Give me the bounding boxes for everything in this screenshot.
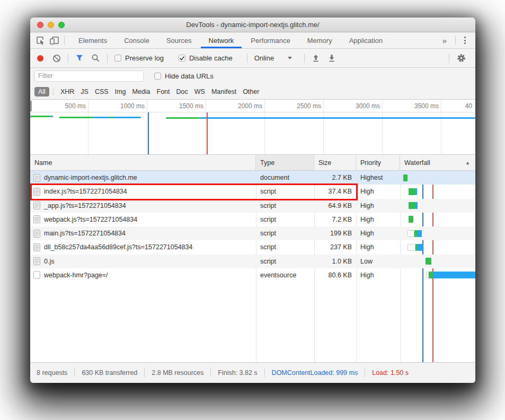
status-red: Load: 1.50 s: [372, 369, 409, 377]
type-filter-all[interactable]: All: [34, 87, 49, 97]
tab-performance[interactable]: Performance: [242, 32, 298, 48]
request-name: webpack-hmr?page=/: [44, 272, 108, 279]
file-icon: [33, 257, 40, 265]
request-row[interactable]: 0.jsscript1.0 KBLow: [30, 255, 475, 268]
request-name: dynamic-import-nextjs.glitch.me: [44, 174, 137, 181]
tab-network[interactable]: Network: [200, 32, 243, 48]
column-header-label: Type: [260, 159, 274, 167]
preserve-log-checkbox[interactable]: Preserve log: [114, 54, 171, 62]
type-filter-ws[interactable]: WS: [194, 88, 205, 95]
overview-blue-bar: [50, 116, 53, 117]
column-header-label: Waterfall: [404, 159, 430, 167]
window-titlebar[interactable]: DevTools - dynamic-import-nextjs.glitch.…: [30, 18, 475, 32]
hide-data-urls-checkbox[interactable]: Hide data URLs: [154, 72, 214, 80]
import-har-button[interactable]: [312, 54, 320, 63]
devtools-menu-button[interactable]: [459, 37, 471, 44]
type-filter-media[interactable]: Media: [132, 88, 150, 95]
network-status-bar: 8 requests630 KB transferred2.8 MB resou…: [30, 362, 475, 383]
column-header-size[interactable]: Size: [314, 155, 356, 170]
request-priority-cell: High: [356, 202, 400, 209]
tab-elements[interactable]: Elements: [70, 32, 116, 48]
type-filter-js[interactable]: JS: [81, 88, 88, 95]
request-type-cell: script: [256, 230, 314, 237]
filter-input[interactable]: [34, 71, 144, 82]
request-row[interactable]: main.js?ts=1572271054834script199 KBHigh: [30, 226, 475, 240]
type-filter-other[interactable]: Other: [243, 88, 259, 95]
request-row[interactable]: dynamic-import-nextjs.glitch.medocument2…: [30, 171, 475, 185]
filter-toggle-button[interactable]: [75, 54, 84, 62]
request-row[interactable]: _app.js?ts=1572271054834script64.9 KBHig…: [30, 199, 475, 213]
column-header-name[interactable]: Name: [30, 155, 256, 170]
record-button[interactable]: [37, 55, 43, 62]
waterfall-green-segment: [409, 188, 415, 195]
hide-data-urls-box[interactable]: [154, 73, 161, 80]
preserve-log-box[interactable]: [114, 55, 121, 62]
type-filter-css[interactable]: CSS: [95, 88, 109, 95]
device-toolbar-button[interactable]: [47, 33, 61, 47]
type-filter-manifest[interactable]: Manifest: [211, 88, 236, 95]
type-filter-doc[interactable]: Doc: [176, 88, 188, 95]
resource-type-filters: AllXHRJSCSSImgMediaFontDocWSManifestOthe…: [30, 84, 475, 100]
request-priority-cell: Low: [356, 258, 400, 265]
overview-green-bar: [59, 117, 93, 118]
search-button[interactable]: [91, 54, 100, 63]
request-name: dll_b58c257da4aa56d89cef.js?ts=157227105…: [44, 243, 192, 251]
file-icon: [33, 243, 40, 251]
overview-tick-label: 2500 ms: [279, 102, 321, 110]
status-item: Finish: 3.82 s: [218, 369, 257, 377]
request-row[interactable]: webpack.js?ts=1572271054834script7.2 KBH…: [30, 213, 475, 226]
request-priority-cell: High: [356, 272, 400, 279]
status-divider: [365, 369, 365, 377]
status-divider: [264, 369, 265, 377]
overview-green-bar: [166, 117, 200, 119]
timeline-overview[interactable]: 500 ms1000 ms1500 ms2000 ms2500 ms3000 m…: [30, 100, 475, 155]
inspect-element-button[interactable]: [33, 33, 47, 47]
type-filter-xhr[interactable]: XHR: [60, 88, 74, 95]
type-filter-font[interactable]: Font: [157, 88, 170, 95]
column-header-type[interactable]: Type: [256, 155, 314, 170]
column-header-waterfall[interactable]: Waterfall▲: [400, 155, 475, 170]
type-filter-img[interactable]: Img: [115, 88, 126, 95]
tab-console[interactable]: Console: [116, 32, 158, 48]
filter-row: Hide data URLs: [30, 68, 475, 84]
file-icon: [33, 243, 40, 251]
disable-cache-label: Disable cache: [189, 54, 233, 62]
column-header-label: Size: [318, 159, 331, 167]
tab-sources[interactable]: Sources: [158, 32, 200, 48]
download-icon: [327, 54, 336, 63]
tab-memory[interactable]: Memory: [299, 32, 341, 48]
request-name: main.js?ts=1572271054834: [44, 230, 126, 237]
file-icon: [33, 174, 40, 182]
overview-gridline: [323, 100, 324, 154]
gear-icon: [456, 53, 466, 63]
overview-green-bar: [30, 116, 50, 117]
overview-blue-bar: [200, 117, 475, 119]
type-filter-divider: [53, 88, 54, 95]
request-name: 0.js: [44, 258, 54, 265]
tab-application[interactable]: Application: [341, 32, 392, 48]
request-name-cell: webpack-hmr?page=/: [30, 271, 256, 279]
settings-button[interactable]: [456, 53, 466, 63]
request-size-cell: 237 KB: [314, 243, 356, 251]
request-row[interactable]: dll_b58c257da4aa56d89cef.js?ts=157227105…: [30, 240, 475, 254]
request-size-cell: 64.9 KB: [314, 202, 356, 209]
clear-button[interactable]: [52, 54, 61, 63]
overview-resize-notch: [30, 101, 32, 111]
export-har-button[interactable]: [327, 54, 336, 63]
request-row[interactable]: webpack-hmr?page=/eventsource80.6 KBHigh: [30, 268, 475, 282]
disable-cache-checkbox[interactable]: Disable cache: [179, 54, 240, 62]
column-header-priority[interactable]: Priority: [356, 155, 400, 170]
throttling-select[interactable]: Online: [254, 54, 298, 62]
overview-tick-label: 2000 ms: [220, 102, 262, 110]
waterfall-blue-segment: [417, 230, 422, 237]
waterfall-green-segment: [403, 174, 407, 181]
requests-table-header: NameTypeSizePriorityWaterfall▲: [30, 155, 475, 171]
request-size-cell: 1.0 KB: [314, 258, 356, 265]
devtools-tabbar: ElementsConsoleSourcesNetworkPerformance…: [30, 32, 475, 49]
disable-cache-box[interactable]: [179, 55, 185, 62]
overview-load-line: [207, 112, 208, 154]
preserve-log-label: Preserve log: [125, 54, 164, 62]
more-tabs-button[interactable]: »: [437, 36, 452, 45]
request-name-cell: dynamic-import-nextjs.glitch.me: [30, 174, 256, 182]
overview-green-bar: [110, 117, 113, 118]
